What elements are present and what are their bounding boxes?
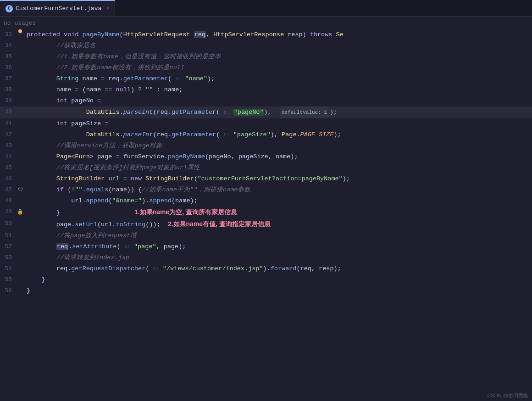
line-number-35: 35: [0, 51, 16, 62]
tab-filename: CustomerFurnServlet.java: [16, 5, 101, 12]
line-content-49: } 1.如果name为空, 查询所有家居信息: [25, 206, 532, 218]
line-content-34: //获取家居名: [25, 40, 532, 51]
tab-close-button[interactable]: ×: [106, 6, 109, 12]
code-line-40: 40 DataUtils.parseInt(req.getParameter( …: [0, 106, 532, 118]
code-line-37: 37 String name = req.getParameter( s: "n…: [0, 73, 532, 84]
code-line-48: 48 url.append("&name=").append(name);: [0, 195, 532, 206]
line-content-42: DataUtils.parseInt(req.getParameter( s: …: [25, 129, 532, 140]
line-content-43: //调用service方法，获取page对象: [25, 140, 532, 151]
line-number-38: 38: [0, 84, 16, 95]
editor-container: no usages 33 protected void pageByName(H…: [0, 17, 532, 401]
code-line-42: 42 DataUtils.parseInt(req.getParameter( …: [0, 129, 532, 140]
gutter-33: [16, 29, 25, 33]
line-content-47: if (!"".equals(name)) {//如果name不为""，则拼接n…: [25, 184, 532, 195]
tab-bar: C CustomerFurnServlet.java ×: [0, 0, 532, 17]
line-content-38: name = (name == null) ? "" : name;: [25, 84, 532, 95]
line-number-46: 46: [0, 173, 16, 184]
line-number-43: 43: [0, 140, 16, 151]
code-line-47: 47 🛡 if (!"".equals(name)) {//如果name不为""…: [0, 184, 532, 195]
line-number-36: 36: [0, 62, 16, 73]
line-number-56: 56: [0, 285, 16, 296]
line-content-39: int pageNo =: [25, 95, 532, 106]
line-number-50: 50: [0, 218, 16, 229]
code-line-51: 51 //将page放入到request域: [0, 230, 532, 241]
line-number-42: 42: [0, 129, 16, 140]
line-content-52: req.setAttribute( s: "page", page);: [25, 241, 532, 252]
lock-icon-49: 🔒: [17, 206, 23, 217]
line-number-51: 51: [0, 230, 16, 241]
line-number-45: 45: [0, 162, 16, 173]
code-line-54: 54 req.getRequestDispatcher( s: "/views/…: [0, 263, 532, 274]
code-line-33: 33 protected void pageByName(HttpServlet…: [0, 29, 532, 40]
lines-container: 33 protected void pageByName(HttpServlet…: [0, 29, 532, 296]
tab-customer-furn-servlet[interactable]: C CustomerFurnServlet.java ×: [0, 0, 115, 16]
gutter-49: 🔒: [16, 206, 25, 217]
line-number-48: 48: [0, 195, 16, 206]
code-line-55: 55 }: [0, 274, 532, 285]
code-line-35: 35 //1.如果参数有name，但是没有值，这时接收到的是空串: [0, 51, 532, 62]
line-content-45: //将家居名[搜索条件]封装到page对象的url属性: [25, 162, 532, 173]
code-line-49: 49 🔒 } 1.如果name为空, 查询所有家居信息: [0, 206, 532, 218]
line-number-44: 44: [0, 151, 16, 162]
breakpoint-dot-33: [18, 29, 22, 33]
line-number-41: 41: [0, 118, 16, 129]
code-line-39: 39 int pageNo =: [0, 95, 532, 106]
no-usages-bar: no usages: [0, 17, 532, 29]
watermark: CSDN @吉冈秀隆: [488, 392, 528, 399]
line-content-48: url.append("&name=").append(name);: [25, 195, 532, 206]
code-line-44: 44 Page<Furn> page = furnService.pageByN…: [0, 151, 532, 162]
code-line-41: 41 int pageSize =: [0, 118, 532, 129]
line-content-35: //1.如果参数有name，但是没有值，这时接收到的是空串: [25, 51, 532, 62]
line-number-53: 53: [0, 252, 16, 263]
code-line-56: 56 }: [0, 285, 532, 296]
line-number-39: 39: [0, 95, 16, 106]
line-content-40: DataUtils.parseInt(req.getParameter( s: …: [25, 106, 532, 118]
shield-icon-47: 🛡: [18, 184, 23, 195]
line-number-49: 49: [0, 206, 16, 217]
line-content-56: }: [25, 285, 532, 296]
code-line-34: 34 //获取家居名: [0, 40, 532, 51]
gutter-47: 🛡: [16, 184, 25, 195]
code-line-46: 46 StringBuilder url = new StringBuilder…: [0, 173, 532, 184]
code-line-45: 45 //将家居名[搜索条件]封装到page对象的url属性: [0, 162, 532, 173]
line-number-55: 55: [0, 274, 16, 285]
line-number-54: 54: [0, 263, 16, 274]
code-line-38: 38 name = (name == null) ? "" : name;: [0, 84, 532, 95]
line-number-33: 33: [0, 29, 16, 40]
line-number-37: 37: [0, 73, 16, 84]
code-line-52: 52 req.setAttribute( s: "page", page);: [0, 241, 532, 252]
line-number-47: 47: [0, 184, 16, 195]
line-content-36: //2.如果参数name都没有，接收到的是null: [25, 62, 532, 73]
line-content-44: Page<Furn> page = furnService.pageByName…: [25, 151, 532, 162]
line-content-33: protected void pageByName(HttpServletReq…: [25, 29, 532, 40]
line-number-52: 52: [0, 241, 16, 252]
line-content-50: page.setUrl(url.toString()); 2.如果name有值,…: [25, 218, 532, 230]
tab-file-icon: C: [6, 5, 13, 12]
code-line-36: 36 //2.如果参数name都没有，接收到的是null: [0, 62, 532, 73]
line-content-54: req.getRequestDispatcher( s: "/views/cus…: [25, 263, 532, 274]
line-content-51: //将page放入到request域: [25, 230, 532, 241]
code-area: no usages 33 protected void pageByName(H…: [0, 17, 532, 401]
line-content-55: }: [25, 274, 532, 285]
line-number-34: 34: [0, 40, 16, 51]
line-content-37: String name = req.getParameter( s: "name…: [25, 73, 532, 84]
code-line-53: 53 //请求转发到index.jsp: [0, 252, 532, 263]
line-number-40: 40: [0, 106, 16, 117]
line-content-46: StringBuilder url = new StringBuilder("c…: [25, 173, 532, 184]
code-line-43: 43 //调用service方法，获取page对象: [0, 140, 532, 151]
code-line-50: 50 page.setUrl(url.toString()); 2.如果name…: [0, 218, 532, 230]
no-usages-text: no usages: [4, 20, 36, 27]
line-content-53: //请求转发到index.jsp: [25, 252, 532, 263]
line-content-41: int pageSize =: [25, 118, 532, 129]
